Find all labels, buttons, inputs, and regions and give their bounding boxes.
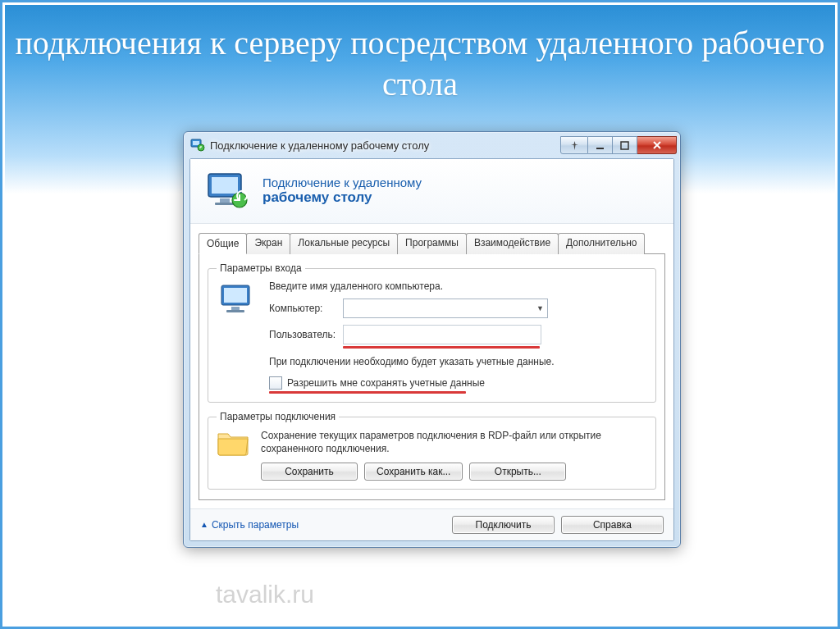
tab-local-resources[interactable]: Локальные ресурсы [290, 233, 398, 254]
tab-experience[interactable]: Взаимодействие [466, 233, 559, 254]
window-controls [560, 136, 677, 154]
connection-legend: Параметры подключения [217, 411, 339, 422]
connection-text: Сохранение текущих параметров подключени… [261, 429, 647, 455]
window-body: Подключение к удаленному рабочему столу … [189, 158, 674, 541]
tab-panel-general: Параметры входа Введите имя удаленного [199, 253, 665, 500]
tab-programs[interactable]: Программы [397, 233, 467, 254]
tab-advanced[interactable]: Дополнительно [558, 233, 645, 254]
connection-group: Параметры подключения Сохранение текущих… [208, 411, 656, 489]
svg-rect-7 [220, 198, 230, 203]
svg-rect-6 [212, 177, 238, 194]
computer-label: Компьютер: [269, 303, 335, 314]
close-button[interactable] [637, 136, 677, 154]
header-text: Подключение к удаленному рабочему столу [262, 175, 422, 206]
rdp-window: Подключение к удаленному рабочему столу [183, 131, 681, 548]
save-credentials-checkbox[interactable] [269, 376, 282, 390]
login-instruction: Введите имя удаленного компьютера. [269, 280, 647, 292]
svg-rect-12 [231, 307, 240, 310]
folder-icon [217, 429, 249, 457]
computer-combobox[interactable]: ▼ [343, 299, 548, 318]
save-credentials-label: Разрешить мне сохранять учетные данные [287, 377, 485, 389]
hide-params-link[interactable]: ▲ Скрыть параметры [200, 519, 299, 531]
titlebar[interactable]: Подключение к удаленному рабочему столу [184, 132, 680, 158]
computer-icon [217, 280, 256, 320]
hide-params-label: Скрыть параметры [212, 519, 299, 531]
minimize-button[interactable] [588, 136, 613, 154]
svg-rect-11 [224, 288, 247, 303]
svg-rect-8 [215, 203, 235, 205]
header-line2: рабочему столу [262, 189, 422, 206]
header-band: Подключение к удаленному рабочему столу [190, 159, 673, 224]
chevron-up-icon: ▲ [200, 520, 208, 529]
save-as-button[interactable]: Сохранить как... [364, 463, 463, 481]
header-line1: Подключение к удаленному [262, 175, 422, 189]
login-group: Параметры входа Введите имя удаленного [208, 262, 656, 403]
dialog-footer: ▲ Скрыть параметры Подключить Справка [190, 508, 673, 540]
svg-rect-1 [193, 141, 199, 145]
slide-title: подключения к серверу посредством удален… [2, 23, 838, 105]
credentials-note: При подключении необходимо будет указать… [269, 355, 647, 368]
user-label: Пользователь: [269, 329, 335, 340]
pin-button[interactable] [560, 136, 588, 154]
login-fields: Введите имя удаленного компьютера. Компь… [269, 280, 647, 394]
slide-frame: подключения к серверу посредством удален… [0, 0, 840, 629]
tab-general[interactable]: Общие [199, 233, 247, 254]
annotation-underline-user [343, 346, 540, 349]
svg-rect-13 [226, 310, 244, 312]
annotation-underline-checkbox [269, 391, 466, 394]
open-button[interactable]: Открыть... [469, 463, 566, 481]
connect-button[interactable]: Подключить [452, 516, 555, 534]
maximize-button[interactable] [613, 136, 637, 154]
user-input[interactable] [343, 325, 541, 344]
save-button[interactable]: Сохранить [261, 463, 358, 481]
svg-rect-3 [596, 148, 604, 149]
login-legend: Параметры входа [217, 262, 305, 274]
tabstrip: Общие Экран Локальные ресурсы Программы … [190, 224, 673, 253]
rdp-titlebar-icon [190, 138, 205, 153]
chevron-down-icon: ▼ [536, 304, 544, 312]
watermark: tavalik.ru [216, 581, 314, 608]
rdp-header-icon [205, 171, 249, 210]
svg-rect-4 [621, 142, 628, 149]
tab-display[interactable]: Экран [246, 233, 290, 254]
window-title: Подключение к удаленному рабочему столу [210, 139, 560, 152]
help-button[interactable]: Справка [561, 516, 664, 534]
